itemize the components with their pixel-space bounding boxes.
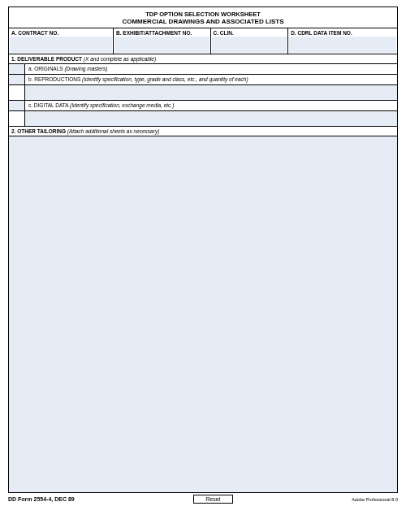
- input-exhibit-no[interactable]: [114, 37, 209, 53]
- title-block: TDP OPTION SELECTION WORKSHEET COMMERCIA…: [9, 7, 397, 28]
- hint-digital: (Identify specification, exchange media,…: [70, 102, 174, 108]
- row-reproductions: b. REPRODUCTIONS (Identify specification…: [9, 75, 397, 85]
- input-contract-no[interactable]: [10, 37, 112, 53]
- title-line1: TDP OPTION SELECTION WORKSHEET: [9, 11, 397, 18]
- section2-header: 2. OTHER TAILORING (Attach additional sh…: [9, 127, 397, 136]
- label-contract-no: A. CONTRACT NO.: [9, 28, 113, 36]
- label-originals: a. ORIGINALS (Drawing masters): [25, 64, 397, 74]
- section2-hint: (Attach additional sheets as necessary): [67, 128, 159, 134]
- checkbox-reproductions[interactable]: [9, 75, 25, 84]
- row-originals: a. ORIGINALS (Drawing masters): [9, 64, 397, 75]
- checkbox-originals[interactable]: [9, 64, 25, 74]
- header-cell-exhibit: B. EXHIBIT/ATTACHMENT NO.: [114, 28, 211, 54]
- label-cdrl: D. CDRL DATA ITEM NO.: [288, 28, 397, 36]
- label-digital: c. DIGITAL DATA (Identify specification,…: [25, 101, 397, 110]
- header-row: A. CONTRACT NO. B. EXHIBIT/ATTACHMENT NO…: [9, 28, 397, 54]
- header-cell-cdrl: D. CDRL DATA ITEM NO.: [288, 28, 397, 54]
- software-label: Adobe Professional 8.0: [352, 497, 398, 502]
- hint-originals: (Drawing masters): [64, 66, 107, 71]
- label-clin: C. CLIN.: [211, 28, 288, 36]
- section1-hint: (X and complete as applicable): [84, 56, 156, 62]
- footer: DD Form 2554-4, DEC 89 Reset Adobe Profe…: [8, 495, 398, 504]
- reset-button[interactable]: Reset: [193, 495, 232, 504]
- hint-reproductions: (Identify specification, type, grade and…: [82, 76, 248, 82]
- input-clin[interactable]: [212, 37, 287, 53]
- section1-header: 1. DELIVERABLE PRODUCT (X and complete a…: [9, 54, 397, 64]
- input-digital[interactable]: [25, 111, 397, 126]
- label-reproductions: b. REPRODUCTIONS (Identify specification…: [25, 75, 397, 84]
- input-reproductions[interactable]: [25, 85, 397, 100]
- label-exhibit-no: B. EXHIBIT/ATTACHMENT NO.: [114, 28, 210, 36]
- row-reproductions-input: [9, 85, 397, 101]
- spacer-digital: [9, 111, 25, 126]
- form-id: DD Form 2554-4, DEC 89: [8, 496, 75, 502]
- input-cdrl[interactable]: [289, 37, 396, 53]
- row-digital: c. DIGITAL DATA (Identify specification,…: [9, 101, 397, 111]
- text-originals: a. ORIGINALS: [28, 66, 64, 71]
- text-digital: c. DIGITAL DATA: [28, 102, 70, 108]
- row-digital-input: [9, 111, 397, 127]
- spacer-reproductions: [9, 85, 25, 100]
- input-other-tailoring[interactable]: [9, 136, 397, 492]
- checkbox-digital[interactable]: [9, 101, 25, 110]
- form-page: TDP OPTION SELECTION WORKSHEET COMMERCIA…: [8, 6, 398, 493]
- section1-label: 1. DELIVERABLE PRODUCT: [11, 56, 84, 62]
- header-cell-contract: A. CONTRACT NO.: [9, 28, 114, 54]
- text-reproductions: b. REPRODUCTIONS: [28, 76, 82, 82]
- section2-label: 2. OTHER TAILORING: [11, 128, 67, 134]
- title-line2: COMMERCIAL DRAWINGS AND ASSOCIATED LISTS: [9, 18, 397, 25]
- header-cell-clin: C. CLIN.: [211, 28, 289, 54]
